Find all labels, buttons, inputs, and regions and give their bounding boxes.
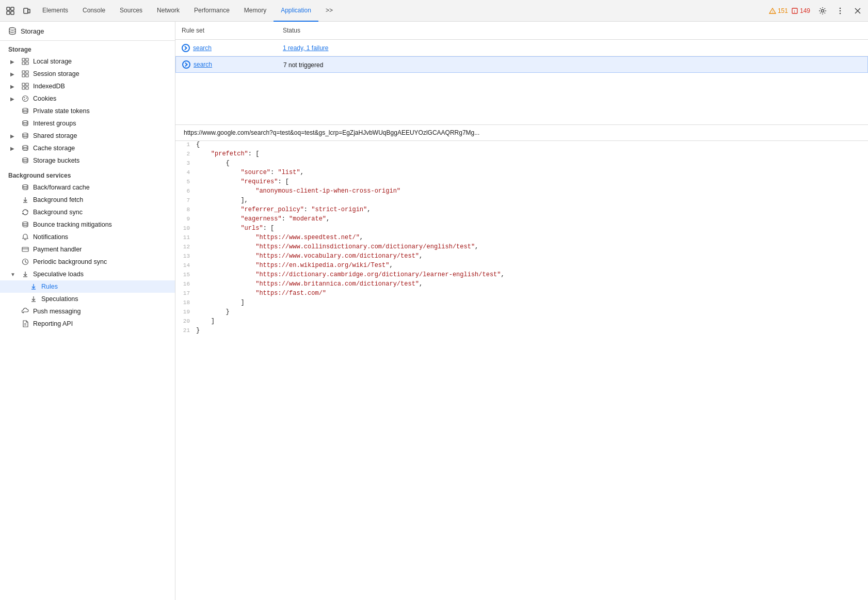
line-content-14: "https://en.wikipedia.org/wiki/Test", <box>196 262 868 269</box>
warning-badge[interactable]: ! 151 <box>769 7 788 14</box>
cloud-icon <box>22 308 29 315</box>
svg-rect-25 <box>26 83 28 86</box>
svg-point-32 <box>23 108 28 110</box>
sidebar-item-push-messaging[interactable]: ▶ Push messaging <box>0 305 175 318</box>
sidebar-item-speculative-loads[interactable]: ▼ Speculative loads <box>0 268 175 280</box>
sidebar-item-private-state-tokens[interactable]: ▶ Private state tokens <box>0 105 175 117</box>
line-num-7: 7 <box>175 197 196 203</box>
rule-table: Rule set Status search 1 ready, 1 failur… <box>175 22 868 124</box>
line-content-16: "https://www.britannica.com/dictionary/t… <box>196 280 868 288</box>
code-line-5: 5 "requires": [ <box>175 178 868 187</box>
line-content-12: "https://www.collinsdictionary.com/dicti… <box>196 243 868 250</box>
sidebar-item-speculations[interactable]: ▶ Speculations <box>0 293 175 305</box>
table-row[interactable]: search 1 ready, 1 failure <box>175 40 868 56</box>
sidebar-item-payment-handler[interactable]: ▶ Payment handler <box>0 243 175 256</box>
code-line-8: 8 "referrer_policy": "strict-origin", <box>175 206 868 215</box>
line-content-13: "https://www.vocabulary.com/dictionary/t… <box>196 252 868 260</box>
line-num-1: 1 <box>175 141 196 148</box>
sidebar-item-interest-groups[interactable]: ▶ Interest groups <box>0 117 175 130</box>
code-line-18: 18 ] <box>175 299 868 308</box>
svg-rect-5 <box>28 9 30 13</box>
empty-table-area <box>175 73 868 124</box>
sidebar-item-back-forward-cache[interactable]: ▶ Back/forward cache <box>0 181 175 194</box>
sidebar-item-background-sync[interactable]: ▶ Background sync <box>0 206 175 218</box>
storage-header-label: Storage <box>21 27 44 35</box>
svg-rect-2 <box>7 11 10 14</box>
device-toggle-icon[interactable] <box>19 3 35 19</box>
line-content-20: ] <box>196 318 868 325</box>
line-content-21: } <box>196 327 868 334</box>
grid-icon <box>22 58 29 65</box>
sidebar-item-cookies[interactable]: ▶ Cookies <box>0 92 175 105</box>
line-num-10: 10 <box>175 225 196 231</box>
sidebar-item-local-storage[interactable]: ▶ Local storage <box>0 55 175 68</box>
tab-overflow[interactable]: >> <box>318 0 340 22</box>
svg-point-9 <box>822 9 824 12</box>
tab-memory[interactable]: Memory <box>237 0 274 22</box>
tab-network[interactable]: Network <box>150 0 187 22</box>
tab-console[interactable]: Console <box>75 0 112 22</box>
tab-sources[interactable]: Sources <box>112 0 150 22</box>
tab-application[interactable]: Application <box>274 0 318 22</box>
url-text: https://www.google.com/search?q=test&oq=… <box>184 129 479 136</box>
sidebar-item-notifications[interactable]: ▶ Notifications <box>0 231 175 243</box>
sidebar-item-cache-storage[interactable]: ▶ Cache storage <box>0 142 175 154</box>
code-line-10: 10 "urls": [ <box>175 225 868 234</box>
db-icon-5 <box>22 145 29 152</box>
speculation-row2-icon <box>182 60 190 69</box>
shared-storage-label: Shared storage <box>33 132 77 139</box>
svg-rect-1 <box>11 7 14 10</box>
svg-rect-19 <box>26 62 28 65</box>
table-row[interactable]: search 7 not triggered <box>175 56 868 73</box>
line-num-11: 11 <box>175 234 196 241</box>
settings-icon[interactable] <box>814 3 831 19</box>
sidebar-item-indexeddb[interactable]: ▶ IndexedDB <box>0 80 175 92</box>
more-options-icon[interactable] <box>832 3 848 19</box>
svg-point-11 <box>840 10 841 11</box>
svg-rect-23 <box>26 74 28 77</box>
code-line-16: 16 "https://www.britannica.com/dictionar… <box>175 280 868 290</box>
sidebar-item-bounce-tracking[interactable]: ▶ Bounce tracking mitigations <box>0 218 175 231</box>
badge-area: ! 151 ! 149 <box>765 7 814 14</box>
code-line-20: 20 ] <box>175 318 868 327</box>
row1-ruleset-link[interactable]: search <box>193 44 212 52</box>
svg-point-10 <box>840 7 841 9</box>
sidebar-item-background-fetch[interactable]: ▶ Background fetch <box>0 194 175 206</box>
line-num-6: 6 <box>175 187 196 194</box>
code-line-11: 11 "https://www.speedtest.net/", <box>175 234 868 243</box>
rules-label: Rules <box>41 283 58 290</box>
svg-rect-18 <box>22 62 25 65</box>
error-badge[interactable]: ! 149 <box>791 7 810 14</box>
line-content-7: ], <box>196 197 868 204</box>
back-forward-cache-label: Back/forward cache <box>33 184 90 191</box>
push-messaging-label: Push messaging <box>33 308 81 315</box>
row1-status-text[interactable]: 1 ready, 1 failure <box>283 44 329 52</box>
row1-status-cell: 1 ready, 1 failure <box>279 42 868 54</box>
close-icon[interactable] <box>849 3 866 19</box>
sidebar-item-session-storage[interactable]: ▶ Session storage <box>0 68 175 80</box>
svg-rect-17 <box>26 58 28 61</box>
svg-point-34 <box>23 133 28 135</box>
row2-ruleset-link[interactable]: search <box>194 61 212 68</box>
db-icon-6 <box>22 157 29 164</box>
code-line-1: 1 { <box>175 141 868 150</box>
inspect-icon[interactable] <box>2 3 19 19</box>
sidebar-item-storage-buckets[interactable]: ▶ Storage buckets <box>0 154 175 167</box>
tab-performance[interactable]: Performance <box>187 0 237 22</box>
expand-arrow-local: ▶ <box>10 59 18 65</box>
sidebar-item-reporting-api[interactable]: ▶ Reporting API <box>0 318 175 330</box>
grid-icon-3 <box>22 83 29 90</box>
sidebar-item-rules[interactable]: ▶ Rules <box>0 280 175 293</box>
line-num-14: 14 <box>175 262 196 269</box>
expand-arrow-cache: ▶ <box>10 146 18 151</box>
line-num-4: 4 <box>175 169 196 176</box>
sidebar-storage-header: Storage <box>0 22 175 41</box>
tab-elements[interactable]: Elements <box>35 0 75 22</box>
background-sync-label: Background sync <box>33 209 83 216</box>
svg-point-36 <box>23 158 28 160</box>
svg-rect-27 <box>26 87 28 89</box>
sidebar-item-shared-storage[interactable]: ▶ Shared storage <box>0 130 175 142</box>
code-line-21: 21 } <box>175 327 868 336</box>
sidebar-item-periodic-bg-sync[interactable]: ▶ Periodic background sync <box>0 256 175 268</box>
svg-point-28 <box>23 96 28 102</box>
